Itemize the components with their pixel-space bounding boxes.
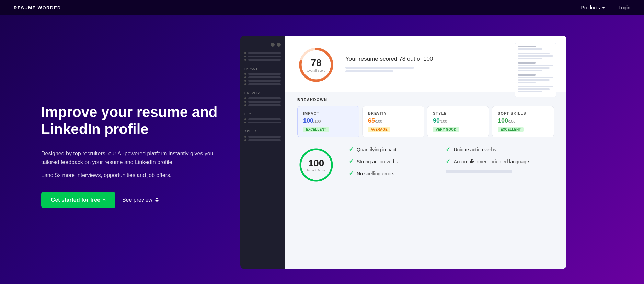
check-text: No spelling errors <box>357 171 394 176</box>
get-started-button[interactable]: Get started for free » <box>41 192 115 208</box>
breakdown-category: SOFT SKILLS <box>498 111 548 115</box>
products-menu[interactable]: Products <box>581 5 605 10</box>
checkmark-icon: ✓ <box>349 170 353 177</box>
get-started-label: Get started for free <box>51 197 100 203</box>
checklist-item: ✓ No spelling errors <box>349 170 432 177</box>
breakdown-card-brevity: BREVITY 65/100 AVERAGE <box>362 106 424 137</box>
skeleton-line <box>248 59 281 61</box>
thumb-line <box>518 74 536 76</box>
thumb-line <box>518 62 536 64</box>
checkmark-icon: ✓ <box>446 146 450 153</box>
skeleton-row <box>244 136 281 138</box>
score-circle: 78 Overall Score <box>297 46 335 84</box>
check-text: Quantifying impact <box>357 147 396 152</box>
hero-tagline: Land 5x more interviews, opportunities a… <box>41 172 220 178</box>
thumb-line <box>518 48 542 50</box>
breakdown-title: BREAKDOWN <box>297 98 554 102</box>
breakdown-badge: AVERAGE <box>368 127 390 132</box>
score-info: Your resume scored 78 out of 100. <box>345 56 435 74</box>
arrows-icon: » <box>103 197 106 203</box>
style-label-sidebar: STYLE <box>244 112 281 116</box>
breakdown-badge: VERY GOOD <box>433 127 459 132</box>
skeleton-line <box>248 122 281 123</box>
skeleton-row <box>244 76 281 78</box>
skeleton-row <box>244 139 281 141</box>
skeleton-line <box>248 136 281 138</box>
skeleton-row <box>244 118 281 120</box>
hero-right-mockup: IMPACT BREVITY <box>240 36 617 276</box>
see-preview-button[interactable]: See preview <box>122 197 159 203</box>
skeleton-dot <box>244 56 246 57</box>
see-preview-label: See preview <box>122 197 152 203</box>
sidebar-dot <box>277 43 281 47</box>
skeleton-line <box>345 70 393 72</box>
breakdown-card-style: STYLE 90/100 VERY GOOD <box>427 106 489 137</box>
skeleton-line <box>248 118 281 120</box>
impact-label-sidebar: IMPACT <box>244 67 281 70</box>
checklist-placeholder <box>446 170 529 182</box>
skeleton-row <box>244 97 281 99</box>
thumb-line <box>518 77 553 78</box>
breakdown-score-value: 65/100 <box>368 117 418 125</box>
overall-score-number: 78 <box>307 57 326 68</box>
breakdown-score-value: 100/100 <box>498 117 548 125</box>
skeleton-dot <box>244 139 246 141</box>
thumb-line <box>518 88 550 90</box>
skeleton-line <box>248 56 281 57</box>
impact-score-circle: 100 Impact Score <box>297 146 335 184</box>
thumb-line <box>518 55 553 57</box>
skeleton-line <box>248 73 281 75</box>
thumb-line <box>518 53 550 54</box>
impact-score-number: 100 <box>307 158 325 169</box>
thumb-line <box>518 46 536 47</box>
skeleton-dot <box>244 73 246 75</box>
checklist-item: ✓ Unique action verbs <box>446 146 529 153</box>
check-text: Strong action verbs <box>357 159 398 164</box>
skeleton-dot <box>244 59 246 61</box>
skeleton-line <box>248 97 281 99</box>
skeleton-line <box>248 83 281 85</box>
skeleton-line <box>248 104 281 106</box>
breakdown-score-value: 100/100 <box>303 117 354 125</box>
sidebar-dot <box>271 43 275 47</box>
hero-title: Improve your resume and LinkedIn profile <box>41 104 220 138</box>
thumb-line <box>518 79 550 81</box>
skeleton-dot <box>244 101 246 103</box>
check-text: Accomplishment-oriented language <box>453 159 529 164</box>
thumb-line <box>518 86 553 87</box>
skeleton-dot <box>244 80 246 82</box>
checkmark-icon: ✓ <box>349 158 353 165</box>
skeleton-line <box>446 170 512 173</box>
skills-label-sidebar: SKILLS <box>244 130 281 133</box>
skeleton-line <box>248 80 281 82</box>
score-number-container: 78 Overall Score <box>307 57 326 72</box>
skeleton-row <box>244 104 281 106</box>
skeleton-dot <box>244 52 246 54</box>
chevron-down-icon <box>602 7 605 9</box>
breakdown-category: IMPACT <box>303 111 354 115</box>
skeleton-row <box>244 80 281 82</box>
score-text: Your resume scored 78 out of 100. <box>345 56 435 62</box>
breakdown-score-value: 90/100 <box>433 117 483 125</box>
nav-right: Products Login <box>581 5 630 10</box>
navbar: RESUME WORDED Products Login <box>0 0 644 15</box>
score-subtitle-lines <box>345 67 435 72</box>
skeleton-row <box>244 83 281 85</box>
thumb-line <box>518 91 542 92</box>
breakdown-badge: EXCELLENT <box>498 127 524 132</box>
login-button[interactable]: Login <box>619 5 630 10</box>
products-label: Products <box>581 5 600 10</box>
skeleton-row <box>244 59 281 61</box>
brevity-label-sidebar: BREVITY <box>244 91 281 95</box>
skeleton-row <box>244 73 281 75</box>
skeleton-dot <box>244 97 246 99</box>
breakdown-card-softskills: SOFT SKILLS 100/100 EXCELLENT <box>492 106 554 137</box>
skeleton-dot <box>244 136 246 138</box>
breakdown-category: BREVITY <box>368 111 418 115</box>
resume-thumbnail <box>515 43 556 97</box>
double-chevron-icon <box>155 198 159 202</box>
skeleton-dot <box>244 104 246 106</box>
impact-score-label: Impact Score <box>307 169 325 172</box>
skeleton-dot <box>244 122 246 123</box>
check-text: Unique action verbs <box>453 147 496 152</box>
